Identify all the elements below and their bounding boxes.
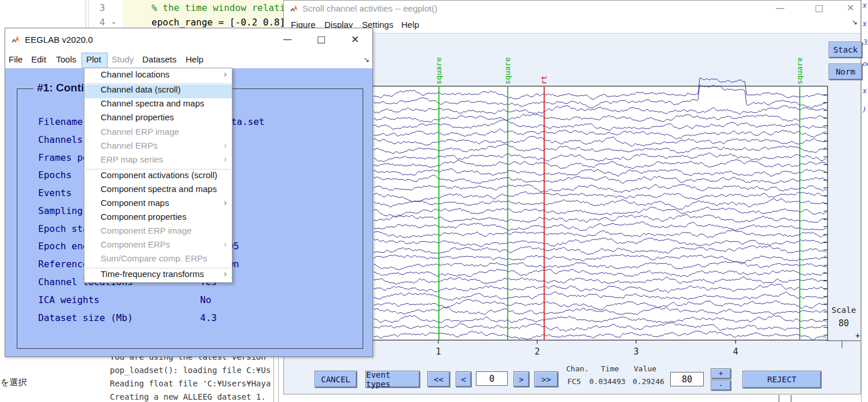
eeg-trace <box>374 184 826 192</box>
norm-button[interactable]: Norm <box>829 64 862 80</box>
minimize-button[interactable]: — <box>283 34 292 45</box>
menu-item-channel-data-scroll[interactable]: Channel data (scroll) <box>84 84 232 98</box>
event-label: rt <box>540 75 548 84</box>
menu-item-component-maps[interactable]: Component maps› <box>84 198 232 212</box>
eeg-trace <box>374 168 826 176</box>
eeg-trace <box>374 261 826 270</box>
dataset-row: Dataset size (Mb)4.3 <box>38 312 368 324</box>
dataset-row-label: Filename <box>38 116 83 127</box>
menu-item-component-properties[interactable]: Component properties <box>84 212 232 226</box>
menu-item-label: Component ERP image <box>101 226 191 235</box>
menu-item-time-frequency[interactable]: Time-frequency transforms› <box>84 269 232 283</box>
maximize-button[interactable]: □ <box>317 34 326 45</box>
menu-datasets[interactable]: Datasets <box>142 54 176 64</box>
pane-divider <box>278 349 279 402</box>
amplitude-minus-button[interactable]: - <box>711 380 731 390</box>
code-comment-line: % the time window relative to <box>152 2 287 13</box>
menu-edit[interactable]: Edit <box>31 54 46 64</box>
submenu-arrow-icon: › <box>224 239 227 249</box>
scrollbar-fragment[interactable] <box>791 395 792 402</box>
editor-code-area[interactable]: % the time window relative to epoch_rang… <box>123 0 287 28</box>
scale-label: Scale <box>832 305 856 315</box>
forward-button[interactable]: > <box>514 371 529 387</box>
eeg-trace <box>374 323 826 331</box>
eegplot-titlebar[interactable]: Scroll channel activities -- eegplot() —… <box>284 1 860 17</box>
dataset-row-label: ICA weights <box>38 294 99 305</box>
matlab-command-window: You are using the latest version o pop_l… <box>110 351 271 402</box>
editor-gutter: 3 4 - <box>88 0 123 28</box>
event-label: square <box>503 57 512 84</box>
eeg-trace <box>374 137 826 147</box>
command-line: Creating a new ALLEEG dataset 1. <box>110 390 271 402</box>
breakpoint-dash: - <box>111 17 117 28</box>
menu-item-channel-properties[interactable]: Channel properties <box>84 112 232 126</box>
close-button[interactable]: ✕ <box>847 2 854 13</box>
menu-item-channel-locations[interactable]: Channel locations› <box>84 69 232 83</box>
eeg-trace <box>374 153 826 161</box>
eeg-trace <box>374 331 826 340</box>
menu-study: Study <box>112 54 134 64</box>
scale-plus[interactable]: + <box>855 331 860 340</box>
plot-area[interactable] <box>372 86 828 340</box>
submenu-arrow-icon: › <box>224 141 227 150</box>
eeg-trace <box>374 307 826 315</box>
event-types-button[interactable]: Event types <box>365 371 420 388</box>
amplitude-input[interactable] <box>670 372 704 386</box>
menu-item-channel-spectra-maps[interactable]: Channel spectra and maps <box>84 98 232 112</box>
eeg-trace <box>374 105 826 115</box>
forward-fast-button[interactable]: >> <box>534 371 558 387</box>
stack-button[interactable]: Stack <box>829 42 862 58</box>
line-number: 3 <box>99 2 105 13</box>
menu-separator <box>86 83 231 84</box>
code-fragment: ) <box>862 105 865 113</box>
x-tick-label: 3 <box>633 346 638 357</box>
menu-item-label: Sum/Compare comp. ERPs <box>101 253 207 263</box>
rewind-fast-button[interactable]: << <box>427 371 450 387</box>
amplitude-plus-button[interactable]: + <box>711 368 731 379</box>
menu-item-label: Channel spectra and maps <box>101 98 204 108</box>
menu-item-sum-compare-erps: Sum/Compare comp. ERPs <box>84 253 232 267</box>
maximize-button[interactable]: □ <box>815 2 823 13</box>
line-number: 4 <box>99 17 105 28</box>
minimize-button[interactable]: — <box>775 2 785 13</box>
eeg-trace <box>374 207 826 217</box>
dataset-row-value: No <box>200 294 211 305</box>
dataset-row-label: Epochs <box>38 169 72 180</box>
event-label: square <box>434 57 443 84</box>
menu-item-component-erps: Component ERPs› <box>84 239 232 253</box>
dataset-row-label: Dataset size (Mb) <box>38 312 133 323</box>
eeg-trace <box>374 292 826 300</box>
eeglab-menubar: File Edit Tools Plot Study Datasets Help… <box>5 51 372 68</box>
menu-item-component-spectra-maps[interactable]: Component spectra and maps <box>84 184 232 198</box>
resize-arrow-icon[interactable]: ↘ <box>852 18 858 26</box>
menu-help[interactable]: Help <box>401 20 419 29</box>
scrollbar-fragment[interactable] <box>778 395 780 402</box>
matlab-icon <box>11 35 20 44</box>
position-input[interactable] <box>476 371 508 386</box>
pane-divider <box>274 349 274 402</box>
code-fragment: oc <box>862 60 868 68</box>
scale-value: 80 <box>839 318 849 329</box>
menu-item-label: Channel ERP image <box>101 127 179 137</box>
menu-item-channel-erps: Channel ERPs› <box>84 141 232 154</box>
menu-item-component-erp-image: Component ERP image <box>84 226 232 239</box>
menu-help[interactable]: Help <box>186 54 204 64</box>
menu-file[interactable]: File <box>9 54 23 64</box>
window-title: EEGLAB v2020.0 <box>25 35 93 45</box>
rewind-button[interactable]: < <box>456 371 471 387</box>
eeg-trace <box>374 246 826 255</box>
menu-plot[interactable]: Plot <box>86 54 101 64</box>
submenu-arrow-icon: › <box>224 154 227 164</box>
dataset-row-label: Reference <box>38 259 88 270</box>
reject-button[interactable]: REJECT <box>743 371 821 388</box>
code-fragment: 3x <box>862 38 868 46</box>
menu-item-component-activations[interactable]: Component activations (scroll) <box>84 170 232 184</box>
cancel-button[interactable]: CANCEL <box>315 371 357 388</box>
dataset-row: ICA weightsNo <box>38 294 368 306</box>
eeg-trace <box>374 160 826 169</box>
menu-item-label: Time-frequency transforms <box>101 269 204 279</box>
eeglab-titlebar[interactable]: EEGLAB v2020.0 — □ ✕ <box>5 28 372 51</box>
menu-tools[interactable]: Tools <box>56 54 76 64</box>
resize-arrow-icon[interactable]: ↘ <box>364 56 370 64</box>
close-button[interactable]: ✕ <box>351 34 359 45</box>
